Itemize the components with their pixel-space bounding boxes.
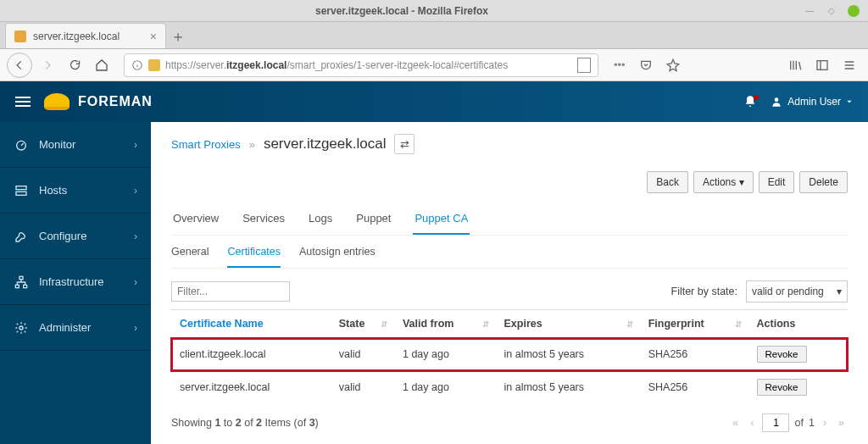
chevron-down-icon: ▾ bbox=[837, 286, 842, 297]
page-prev[interactable]: ‹ bbox=[747, 415, 757, 430]
bookmark-button[interactable] bbox=[661, 53, 685, 77]
url-bar[interactable]: https://server.itzgeek.local/smart_proxi… bbox=[124, 53, 598, 77]
main-content: Smart Proxies » server.itzgeek.local ⇄ B… bbox=[151, 122, 868, 444]
cell-state: valid bbox=[331, 371, 394, 404]
window-maximize[interactable]: ◇ bbox=[826, 5, 837, 17]
page-total: 1 bbox=[809, 417, 815, 429]
filter-state-select[interactable]: valid or pending▾ bbox=[746, 280, 848, 302]
tab-puppet[interactable]: Puppet bbox=[354, 205, 392, 235]
col-valid-from[interactable]: Valid from bbox=[394, 310, 496, 338]
sidebar-item-configure[interactable]: Configure› bbox=[0, 214, 151, 259]
hamburger-icon bbox=[843, 58, 856, 72]
page-next[interactable]: › bbox=[820, 415, 830, 430]
nav-back-button[interactable] bbox=[7, 53, 32, 78]
sidebar-item-label: Monitor bbox=[39, 138, 124, 151]
back-button[interactable]: Back bbox=[647, 171, 688, 193]
breadcrumb-current: server.itzgeek.local bbox=[264, 136, 387, 153]
wrench-icon bbox=[14, 229, 29, 244]
sidebar-item-label: Infrastructure bbox=[39, 275, 124, 288]
svg-point-2 bbox=[775, 97, 779, 102]
network-icon bbox=[14, 275, 29, 290]
new-tab-button[interactable]: ＋ bbox=[166, 25, 190, 48]
panel-icon bbox=[815, 58, 829, 72]
arrow-right-icon bbox=[42, 59, 53, 71]
pocket-icon bbox=[639, 58, 653, 72]
edit-button[interactable]: Edit bbox=[759, 171, 795, 193]
cell-expires: in almost 5 years bbox=[496, 338, 640, 371]
col-actions[interactable]: Actions bbox=[748, 310, 848, 338]
gauge-icon bbox=[14, 137, 29, 153]
window-minimize[interactable]: — bbox=[804, 5, 815, 17]
tab-puppet-ca[interactable]: Puppet CA bbox=[413, 205, 470, 235]
app-logo[interactable]: FOREMAN bbox=[44, 93, 153, 110]
sidebar-item-infrastructure[interactable]: Infrastructure› bbox=[0, 259, 151, 305]
home-icon bbox=[95, 58, 108, 72]
nav-reload-button[interactable] bbox=[63, 53, 86, 77]
chevron-right-icon: › bbox=[134, 185, 137, 197]
revoke-button[interactable]: Revoke bbox=[757, 346, 807, 363]
page-last[interactable]: » bbox=[835, 415, 848, 430]
sidebar-item-hosts[interactable]: Hosts› bbox=[0, 168, 151, 214]
window-controls: — ◇ bbox=[804, 5, 868, 17]
page-first[interactable]: « bbox=[729, 415, 742, 430]
browser-tab-title: server.itzgeek.local bbox=[33, 31, 143, 42]
svg-rect-4 bbox=[16, 186, 26, 189]
breadcrumb-parent[interactable]: Smart Proxies bbox=[171, 138, 241, 151]
cell-from: 1 day ago bbox=[394, 338, 496, 371]
notifications-button[interactable] bbox=[743, 95, 757, 108]
window-close[interactable] bbox=[848, 5, 860, 17]
table-row: client.itzgeek.localvalid1 day agoin alm… bbox=[171, 338, 848, 371]
filter-input[interactable] bbox=[171, 281, 290, 302]
svg-rect-1 bbox=[817, 60, 827, 69]
page-actions-menu[interactable]: ••• bbox=[609, 58, 631, 71]
app-sidebar: Monitor›Hosts›Configure›Infrastructure›A… bbox=[0, 122, 151, 444]
sidebar-toggle[interactable] bbox=[15, 94, 31, 109]
cell-from: 1 day ago bbox=[394, 371, 496, 404]
pocket-button[interactable] bbox=[634, 53, 658, 77]
tab-services[interactable]: Services bbox=[241, 205, 287, 235]
subtab-autosign-entries[interactable]: Autosign entries bbox=[299, 244, 376, 268]
reload-icon bbox=[69, 58, 81, 71]
firefox-menu-button[interactable] bbox=[837, 53, 861, 77]
breadcrumb-switch[interactable]: ⇄ bbox=[394, 134, 415, 154]
browser-tab[interactable]: server.itzgeek.local × bbox=[5, 23, 166, 48]
subtab-certificates[interactable]: Certificates bbox=[227, 244, 281, 268]
tab-close-icon[interactable]: × bbox=[150, 30, 157, 43]
user-name: Admin User bbox=[787, 96, 841, 108]
window-title: server.itzgeek.local - Mozilla Firefox bbox=[0, 5, 804, 17]
info-icon bbox=[131, 59, 143, 71]
sidebar-item-monitor[interactable]: Monitor› bbox=[0, 122, 151, 168]
reader-mode-icon[interactable] bbox=[577, 58, 591, 73]
certificates-table: Certificate NameStateValid fromExpiresFi… bbox=[171, 309, 848, 403]
revoke-button[interactable]: Revoke bbox=[757, 379, 807, 396]
library-button[interactable] bbox=[783, 53, 807, 77]
user-icon bbox=[771, 96, 782, 108]
page-input[interactable] bbox=[762, 413, 789, 432]
actions-dropdown[interactable]: Actions ▾ bbox=[693, 171, 754, 193]
col-state[interactable]: State bbox=[331, 310, 394, 338]
table-row: server.itzgeek.localvalid1 day agoin alm… bbox=[171, 371, 848, 404]
col-certificate-name[interactable]: Certificate Name bbox=[171, 310, 331, 338]
nav-home-button[interactable] bbox=[90, 53, 114, 77]
tab-logs[interactable]: Logs bbox=[307, 205, 334, 235]
app-name: FOREMAN bbox=[78, 94, 153, 109]
svg-rect-6 bbox=[19, 276, 23, 279]
nav-forward-button[interactable] bbox=[36, 53, 59, 77]
servers-icon bbox=[14, 183, 29, 198]
sidebar-item-administer[interactable]: Administer› bbox=[0, 305, 151, 351]
delete-button[interactable]: Delete bbox=[799, 171, 848, 193]
tabs-secondary: GeneralCertificatesAutosign entries bbox=[171, 236, 848, 269]
user-menu[interactable]: Admin User bbox=[771, 96, 853, 108]
breadcrumb: Smart Proxies » server.itzgeek.local ⇄ bbox=[171, 134, 848, 154]
col-fingerprint[interactable]: Fingerprint bbox=[640, 310, 748, 338]
chevron-right-icon: › bbox=[134, 322, 137, 334]
col-expires[interactable]: Expires bbox=[496, 310, 640, 338]
sidebar-button[interactable] bbox=[810, 53, 834, 77]
tab-overview[interactable]: Overview bbox=[171, 205, 220, 235]
svg-point-9 bbox=[19, 326, 23, 330]
desktop-titlebar: server.itzgeek.local - Mozilla Firefox —… bbox=[0, 0, 868, 22]
subtab-general[interactable]: General bbox=[171, 244, 209, 268]
tabs-primary: OverviewServicesLogsPuppetPuppet CA bbox=[171, 205, 848, 236]
pagination-summary: Showing 1 to 2 of 2 Items (of 3) bbox=[171, 417, 319, 429]
helmet-icon bbox=[44, 93, 70, 110]
